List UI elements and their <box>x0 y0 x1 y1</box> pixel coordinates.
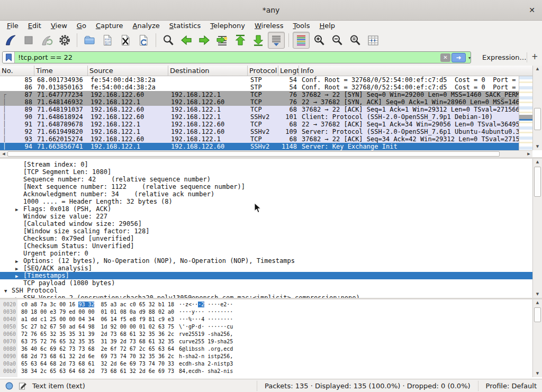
menu-capture[interactable]: Capture <box>91 21 128 31</box>
detail-line[interactable]: Window size value: 227 <box>0 213 532 220</box>
menu-statistics[interactable]: Statistics <box>165 21 205 31</box>
menu-edit[interactable]: Edit <box>23 21 46 31</box>
packet-list-hscrollbar[interactable]: ◀ ▶ <box>0 150 532 157</box>
restart-capture-button[interactable] <box>38 32 55 49</box>
scroll-up-icon[interactable]: ▲ <box>533 66 542 72</box>
scroll-thumb[interactable] <box>534 307 541 322</box>
menu-telephony[interactable]: Telephony <box>205 21 250 31</box>
detail-line[interactable]: 1000 .... = Header Length: 32 bytes (8) <box>0 198 532 205</box>
scroll-thumb[interactable] <box>7 151 500 157</box>
packet-row[interactable]: 9171.648789678192.168.122.1192.168.122.6… <box>0 121 519 128</box>
scroll-down-icon[interactable]: ▼ <box>533 291 542 298</box>
menu-go[interactable]: Go <box>72 21 91 31</box>
save-file-button[interactable]: 010101100011 <box>99 32 116 49</box>
column-header-info[interactable]: Info <box>299 66 532 76</box>
detail-line[interactable]: Urgent pointer: 0 <box>0 250 532 257</box>
details-vscrollbar[interactable]: ▲ ▼ <box>532 159 542 298</box>
hex-row[interactable]: 003080 18 00 e3 79 ed 00 00 01 01 08 0a … <box>0 308 532 316</box>
expander-closed-icon[interactable]: ▶ <box>15 258 18 265</box>
packet-row[interactable]: 9071.648618924192.168.122.60192.168.122.… <box>0 113 519 121</box>
filter-clear-icon[interactable]: ✕ <box>440 53 450 62</box>
resize-columns-button[interactable] <box>365 32 382 49</box>
start-capture-button[interactable] <box>2 32 19 49</box>
expander-closed-icon[interactable]: ▶ <box>15 206 18 213</box>
close-window-button[interactable]: ✕ <box>527 5 537 15</box>
hex-row[interactable]: 0040a1 dd c1 25 00 00 04 34 06 14 f5 e8 … <box>0 316 532 323</box>
packet-list-minimap-scrollbar[interactable] <box>519 76 532 150</box>
detail-line[interactable]: ▶[SEQ/ACK analysis] <box>0 265 532 272</box>
column-header-time[interactable]: Time <box>34 66 88 76</box>
detail-line[interactable]: [Calculated window size: 29056] <box>0 220 532 227</box>
column-header-length[interactable]: Length <box>278 66 299 76</box>
expander-closed-icon[interactable]: ▶ <box>15 272 18 279</box>
scroll-left-icon[interactable]: ◀ <box>0 151 7 157</box>
expert-info-icon[interactable] <box>5 382 13 390</box>
status-profile[interactable]: Profile: Default <box>478 382 537 390</box>
go-to-packet-button[interactable] <box>214 32 231 49</box>
packet-row[interactable]: 8771.647777234192.168.122.60192.168.122.… <box>0 91 519 98</box>
detail-line[interactable]: [TCP Segment Len: 1080] <box>0 168 532 176</box>
detail-line[interactable]: ▶[Timestamps] <box>0 272 532 279</box>
go-last-packet-button[interactable] <box>250 32 267 49</box>
open-file-button[interactable] <box>81 32 98 49</box>
detail-line[interactable]: Sequence number: 42 (relative sequence n… <box>0 176 532 183</box>
scroll-up-icon[interactable]: ▲ <box>533 159 542 166</box>
zoom-out-button[interactable] <box>329 32 346 49</box>
menu-tools[interactable]: Tools <box>288 21 314 31</box>
detail-line[interactable]: ▶Flags: 0x018 (PSH, ACK) <box>0 205 532 213</box>
packet-row[interactable]: 8871.648146932192.168.122.1192.168.122.6… <box>0 98 519 106</box>
scroll-up-icon[interactable]: ▲ <box>533 299 542 306</box>
hex-row[interactable]: 00b038 34 2c 65 63 64 68 2d 73 68 61 32 … <box>0 368 532 375</box>
capture-comment-icon[interactable] <box>19 382 27 390</box>
detail-line[interactable]: [Next sequence number: 1122 (relative se… <box>0 183 532 190</box>
detail-line[interactable]: [Stream index: 0] <box>0 161 532 168</box>
packet-row[interactable]: 8568.001734936fe:54:00:d4:38:2aSTP54Conf… <box>0 76 519 84</box>
stop-capture-button[interactable] <box>20 32 37 49</box>
reload-file-button[interactable] <box>135 32 152 49</box>
detail-line[interactable]: [Window size scaling factor: 128] <box>0 227 532 235</box>
menu-wireless[interactable]: Wireless <box>250 21 288 31</box>
packet-row[interactable]: 9371.662015274192.168.122.60192.168.122.… <box>0 135 519 143</box>
scroll-thumb[interactable] <box>534 108 541 130</box>
detail-line[interactable]: ▼SSH Protocol <box>0 287 532 294</box>
menu-analyze[interactable]: Analyze <box>128 21 165 31</box>
packet-row[interactable]: 8670.013850163fe:54:00:d4:38:2aSTP54Conf… <box>0 84 519 91</box>
packet-list-header[interactable]: No.TimeSourceDestinationProtocolLengthIn… <box>0 66 532 76</box>
scroll-down-icon[interactable]: ▼ <box>533 370 542 377</box>
expander-open-icon[interactable]: ▼ <box>4 287 7 294</box>
hex-row[interactable]: 00505c 27 b2 67 50 ad 64 98 1d 92 00 00 … <box>0 323 532 331</box>
hex-row[interactable]: 009068 2d 73 68 61 32 2d 6e 69 73 74 70 … <box>0 353 532 360</box>
hex-vscrollbar[interactable]: ▲ ▼ <box>532 299 542 377</box>
filter-apply-icon[interactable]: ➜ <box>451 53 466 62</box>
go-first-packet-button[interactable] <box>232 32 249 49</box>
hex-row[interactable]: 008036 40 6c 69 62 73 73 68 2e 6f 72 67 … <box>0 345 532 353</box>
display-filter-input[interactable]: !tcp.port == 22 ✕ ➜ ▾ <box>2 51 471 63</box>
scroll-down-icon[interactable]: ▼ <box>533 143 542 150</box>
colorize-toggle-button[interactable] <box>293 32 310 49</box>
scroll-thumb[interactable] <box>534 167 541 197</box>
detail-line[interactable]: TCP payload (1080 bytes) <box>0 279 532 287</box>
scroll-right-icon[interactable]: ▶ <box>525 151 532 157</box>
detail-line[interactable]: ▶SSH Version 2 (encryption:chacha20-poly… <box>0 294 532 298</box>
detail-line[interactable]: Checksum: 0x79ed [unverified] <box>0 235 532 242</box>
column-header-no[interactable]: No. <box>0 66 34 76</box>
go-back-button[interactable] <box>178 32 195 49</box>
packet-row[interactable]: 9471.663856741192.168.122.1192.168.122.6… <box>0 143 519 150</box>
add-filter-button[interactable]: + <box>531 52 538 61</box>
column-header-protocol[interactable]: Protocol <box>248 66 278 76</box>
menu-help[interactable]: Help <box>314 21 340 31</box>
hex-row[interactable]: 007063 75 72 76 65 32 35 35 31 39 2d 73 … <box>0 338 532 345</box>
capture-options-button[interactable] <box>56 32 73 49</box>
auto-scroll-toggle-button[interactable] <box>268 32 285 49</box>
zoom-in-button[interactable] <box>311 32 328 49</box>
filter-dropdown-icon[interactable]: ▾ <box>468 56 471 60</box>
detail-line[interactable]: Acknowledgment number: 34 (relative ack … <box>0 190 532 198</box>
packet-list-vscrollbar[interactable]: ▲ ▼ <box>532 66 542 150</box>
expression-button[interactable]: Expression… <box>482 53 527 61</box>
menu-view[interactable]: View <box>46 21 72 31</box>
packet-row[interactable]: 9271.661949820192.168.122.1192.168.122.6… <box>0 128 519 135</box>
column-header-source[interactable]: Source <box>88 66 168 76</box>
hex-row[interactable]: 0020c0 a8 7a 3c 00 16 93 32 85 a3 ac c0 … <box>0 301 532 308</box>
hex-row[interactable]: 006072 76 65 32 35 35 31 39 2d 73 68 61 … <box>0 331 532 338</box>
detail-line[interactable]: [Checksum Status: Unverified] <box>0 242 532 250</box>
